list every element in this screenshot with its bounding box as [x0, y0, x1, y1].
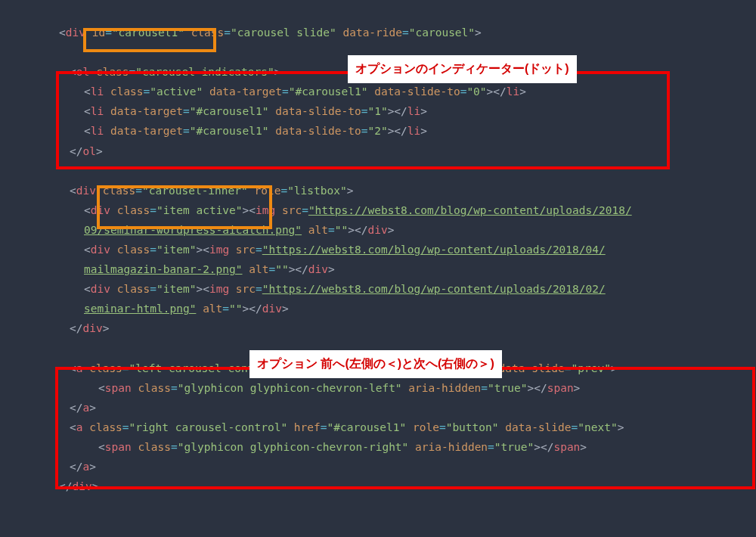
attr-name: class	[110, 283, 150, 295]
annotation-controls: オプション 前へ(左側の＜)と次へ(右側の＞)	[249, 350, 502, 378]
operator: =	[256, 283, 262, 295]
punct: ></	[289, 263, 308, 275]
punct: </	[70, 322, 82, 334]
operator: =	[256, 244, 262, 256]
code-line: <div class="item"><img src="https://webs…	[0, 279, 756, 299]
operator: =	[224, 26, 231, 39]
string-url: mailmagazin-banar-2.png"	[84, 263, 243, 275]
punct: >	[328, 263, 335, 275]
tag-name: div	[367, 224, 387, 236]
attr-name: src	[229, 244, 256, 256]
attr-name: data-ride	[336, 26, 402, 39]
tag-name: div	[66, 26, 85, 39]
operator: =	[302, 204, 308, 216]
punct: ><	[196, 244, 209, 256]
string: ""	[229, 303, 242, 315]
operator: =	[150, 283, 156, 295]
code-line: mailmagazin-banar-2.png" alt=""></div>	[0, 259, 756, 279]
punct: <	[84, 283, 91, 295]
string: ""	[335, 224, 348, 236]
string-url: seminar-html.png"	[84, 303, 196, 315]
highlight-box-class	[97, 185, 272, 229]
operator: =	[402, 26, 409, 39]
operator: =	[268, 263, 275, 275]
punct: ></	[243, 303, 262, 315]
highlight-box-id	[83, 28, 216, 52]
string: "carousel"	[409, 26, 475, 39]
tag-name: div	[76, 185, 96, 197]
attr-name: src	[229, 283, 256, 295]
code-line: seminar-html.png" alt=""></div>	[0, 299, 756, 318]
tag-name: div	[262, 303, 282, 315]
operator: =	[150, 244, 156, 256]
punct: ></	[348, 224, 367, 236]
punct: ><	[196, 283, 209, 295]
tag-name: img	[209, 283, 229, 295]
string: "item"	[156, 283, 196, 295]
annotation-indicators: オプションのインディケーター(ドット)	[348, 55, 577, 83]
attr-name: alt	[302, 224, 328, 236]
punct: <	[84, 204, 91, 216]
punct: >	[103, 322, 110, 334]
attr-name: alt	[243, 263, 269, 275]
string-url: "https://webst8.com/blog/wp-content/uplo…	[308, 204, 632, 216]
attr-name: alt	[196, 303, 222, 315]
string-url: "https://webst8.com/blog/wp-content/uplo…	[262, 244, 606, 256]
tag-name: div	[91, 244, 110, 256]
operator: =	[280, 185, 287, 197]
punct: >	[388, 224, 395, 236]
string: "listbox"	[287, 185, 347, 197]
punct: >	[475, 26, 482, 39]
string: "item"	[156, 244, 196, 256]
operator: =	[328, 224, 335, 236]
punct: <	[70, 185, 76, 197]
highlight-box-controls	[55, 367, 755, 489]
attr-name: src	[275, 204, 302, 216]
string: "carousel slide"	[231, 26, 336, 39]
string: ""	[275, 263, 288, 275]
attr-name: class	[110, 244, 150, 256]
punct: >	[282, 303, 289, 315]
tag-name: img	[209, 244, 229, 256]
punct: >	[347, 185, 354, 197]
code-line: <div class="item"><img src="https://webs…	[0, 240, 756, 259]
tag-name: div	[91, 283, 110, 295]
string-url: "https://webst8.com/blog/wp-content/uplo…	[262, 283, 606, 295]
code-editor: オプションのインディケーター(ドット) オプション 前へ(左側の＜)と次へ(右側…	[0, 0, 756, 537]
punct: <	[84, 244, 91, 256]
operator: =	[222, 303, 229, 315]
highlight-box-indicators	[56, 71, 670, 169]
tag-name: div	[308, 263, 328, 275]
tag-name: div	[82, 322, 102, 334]
code-line: </div>	[0, 318, 756, 338]
punct: <	[59, 26, 66, 39]
